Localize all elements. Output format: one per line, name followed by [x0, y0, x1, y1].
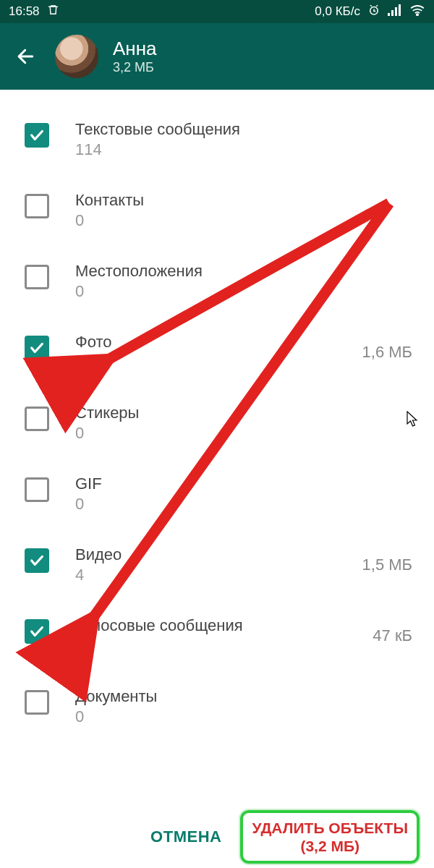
list-item[interactable]: Видео41,5 МБ	[0, 529, 434, 600]
status-time: 16:58	[9, 4, 40, 19]
svg-rect-4	[399, 4, 401, 16]
status-speed: 0,0 КБ/с	[315, 4, 360, 19]
svg-rect-1	[388, 13, 390, 16]
list-item[interactable]: Фото201,6 МБ	[0, 317, 434, 388]
checkbox[interactable]	[25, 619, 49, 644]
item-label: Документы	[75, 687, 417, 706]
list-item[interactable]: Документы0	[0, 671, 434, 742]
list-item[interactable]: Голосовые сообщения1247 кБ	[0, 600, 434, 671]
trash-icon	[47, 4, 59, 20]
list-item[interactable]: Местоположения0	[0, 246, 434, 317]
item-count: 0	[75, 495, 417, 514]
item-size: 1,5 МБ	[362, 556, 417, 574]
item-count: 0	[75, 424, 417, 443]
checkbox[interactable]	[25, 690, 49, 715]
item-count: 4	[75, 566, 336, 584]
svg-rect-2	[391, 10, 393, 16]
svg-rect-3	[395, 7, 397, 16]
list-item[interactable]: Контакты0	[0, 175, 434, 246]
contact-name: Анна	[113, 38, 157, 60]
checkbox[interactable]	[25, 407, 49, 431]
back-button[interactable]	[12, 42, 41, 71]
contact-size: 3,2 МБ	[113, 60, 157, 75]
alarm-icon	[367, 4, 380, 20]
svg-point-5	[417, 14, 418, 15]
item-label: Текстовые сообщения	[75, 120, 417, 139]
status-bar: 16:58 0,0 КБ/с	[0, 0, 434, 23]
delete-button-line2: (3,2 МБ)	[252, 837, 408, 855]
checkbox[interactable]	[25, 265, 49, 289]
item-count: 12	[75, 637, 346, 655]
app-header: Анна 3,2 МБ	[0, 23, 434, 90]
wifi-icon	[409, 4, 425, 20]
list-item[interactable]: Текстовые сообщения114	[0, 104, 434, 175]
checkbox[interactable]	[25, 336, 49, 360]
item-count: 20	[75, 353, 336, 372]
item-label: GIF	[75, 475, 417, 493]
item-count: 0	[75, 707, 417, 726]
list-item[interactable]: GIF0	[0, 459, 434, 529]
item-size: 47 кБ	[373, 626, 417, 645]
avatar[interactable]	[55, 35, 98, 78]
list-item[interactable]: Стикеры0	[0, 388, 434, 459]
cancel-button[interactable]: ОТМЕНА	[145, 820, 227, 854]
item-count: 114	[75, 140, 417, 159]
delete-button-line1: УДАЛИТЬ ОБЪЕКТЫ	[252, 819, 408, 837]
item-label: Фото	[75, 333, 336, 352]
bottom-bar: ОТМЕНА УДАЛИТЬ ОБЪЕКТЫ (3,2 МБ)	[0, 806, 434, 868]
checkbox[interactable]	[25, 194, 49, 218]
item-label: Местоположения	[75, 262, 417, 281]
checkbox[interactable]	[25, 477, 49, 502]
signal-icon	[388, 4, 402, 20]
delete-button[interactable]: УДАЛИТЬ ОБЪЕКТЫ (3,2 МБ)	[240, 810, 420, 864]
item-count: 0	[75, 282, 417, 301]
checkbox[interactable]	[25, 548, 49, 573]
item-label: Стикеры	[75, 404, 417, 422]
item-label: Контакты	[75, 191, 417, 210]
item-count: 0	[75, 211, 417, 230]
checkbox[interactable]	[25, 123, 49, 148]
item-label: Видео	[75, 545, 336, 564]
item-label: Голосовые сообщения	[75, 616, 346, 635]
item-size: 1,6 МБ	[362, 343, 417, 362]
storage-list: Текстовые сообщения114Контакты0Местополо…	[0, 90, 434, 742]
